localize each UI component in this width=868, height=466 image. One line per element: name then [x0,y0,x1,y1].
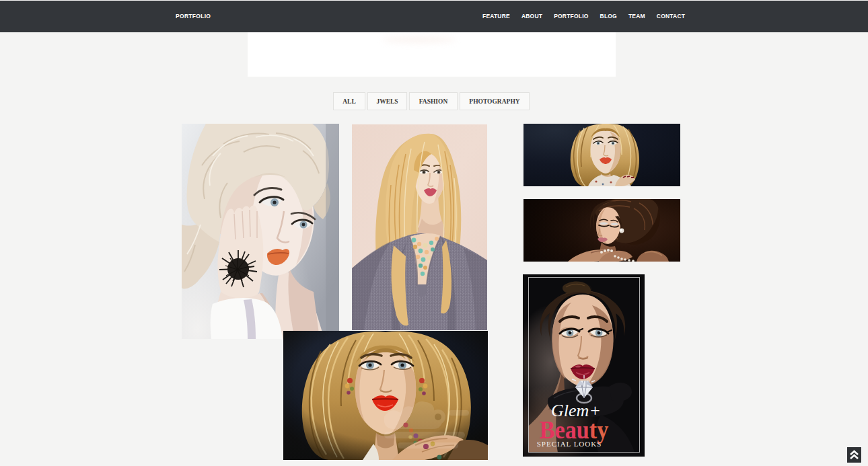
svg-text:SPECIAL LOOKS: SPECIAL LOOKS [537,440,602,448]
